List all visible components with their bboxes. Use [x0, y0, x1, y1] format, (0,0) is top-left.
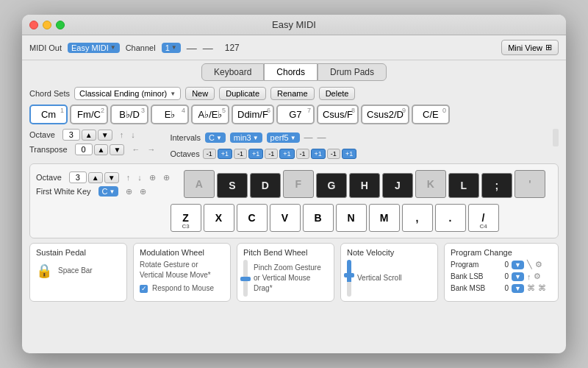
chord-key-4[interactable]: 4 E♭: [151, 105, 189, 124]
key-c[interactable]: C: [237, 204, 268, 232]
chord-key-9[interactable]: 9 Csus2/D: [361, 105, 409, 124]
interval-plus-5[interactable]: +1: [342, 149, 356, 159]
kb-down-icon: ↓: [137, 173, 142, 182]
kb-octave-row: Octave 3 ▲ ▼ ↑ ↓ ⊕ ⊕: [36, 171, 170, 183]
key-semicolon[interactable]: ;: [481, 173, 512, 198]
interval-minus-1[interactable]: -1: [203, 149, 216, 159]
octave-up-button[interactable]: ▲: [82, 130, 96, 141]
maximize-button[interactable]: [56, 21, 65, 29]
tab-keyboard[interactable]: Keyboard: [201, 63, 264, 81]
close-button[interactable]: [29, 21, 38, 29]
bottom-section: Sustain Pedal 🔒 Space Bar Modulation Whe…: [29, 243, 559, 302]
chord-key-6[interactable]: 6 Ddim/F: [232, 105, 274, 124]
dash-separator-2: —: [203, 42, 213, 54]
key-l[interactable]: L: [448, 173, 479, 198]
key-k[interactable]: K: [415, 170, 446, 198]
channel-dropdown[interactable]: 1 ▼: [162, 43, 181, 53]
program-row: Program 0 ▼ ╲ ⚙: [451, 260, 552, 269]
modulation-content: Rotate Gesture orVertical Mouse Move*: [140, 260, 224, 280]
octave-display: 3 ▲ ▼: [62, 129, 112, 141]
chord-key-0[interactable]: 0 C/E: [412, 105, 450, 124]
tab-chords[interactable]: Chords: [264, 63, 318, 81]
interval-minus-3[interactable]: -1: [265, 149, 278, 159]
chord-key-7[interactable]: 7 G7: [276, 105, 315, 124]
delete-button[interactable]: Delete: [319, 87, 356, 100]
octaves-label: Octaves: [170, 149, 199, 158]
transpose-display: 0 ▲ ▼: [75, 144, 125, 155]
midi-value: 127: [219, 43, 245, 53]
chevron-down-icon-5: ▼: [253, 135, 259, 141]
bank-msb-icon-2: ⌘: [538, 283, 546, 293]
bank-msb-row: Bank MSB 0 ▼ ⌘ ⌘: [451, 283, 552, 293]
interval-controls: -1 +1 -1 +1 -1 +1 -1 +1 -1 +1: [203, 149, 356, 159]
interval-plus-2[interactable]: +1: [248, 149, 263, 159]
key-quote[interactable]: ': [514, 170, 545, 198]
transpose-up-button[interactable]: ▲: [94, 144, 109, 155]
key-m[interactable]: M: [369, 204, 400, 232]
kb-left-icon: ⊕: [149, 173, 156, 183]
interval-minus-4[interactable]: -1: [296, 149, 309, 159]
key-a[interactable]: A: [184, 170, 215, 198]
bank-lsb-dropdown[interactable]: ▼: [512, 272, 524, 281]
chevron-down-icon-2: ▼: [171, 44, 177, 51]
chord-key-5[interactable]: 5 A♭/E♭: [191, 105, 229, 124]
chord-sets-label: Chord Sets: [29, 89, 70, 98]
key-h[interactable]: H: [349, 173, 380, 198]
chord-key-3[interactable]: 3 B♭/D: [110, 105, 148, 124]
interval-2-dropdown[interactable]: perf5 ▼: [267, 132, 300, 143]
chevron-down-icon-7: ▼: [110, 188, 115, 195]
titlebar: Easy MIDI: [22, 15, 566, 35]
first-white-key-dropdown[interactable]: C ▼: [98, 186, 119, 197]
note-velocity-panel: Note Velocity Vertical Scroll: [340, 243, 438, 302]
tabs-row: Keyboard Chords Drum Pads: [22, 60, 566, 81]
key-slash[interactable]: / C4: [468, 204, 499, 232]
intervals-label: Intervals: [170, 133, 201, 142]
interval-plus-3[interactable]: +1: [279, 149, 294, 159]
interval-plus-4[interactable]: +1: [311, 149, 326, 159]
kb-octave-up[interactable]: ▲: [88, 172, 103, 183]
program-dropdown[interactable]: ▼: [512, 261, 524, 269]
bank-msb-dropdown[interactable]: ▼: [512, 284, 524, 293]
mini-view-button[interactable]: Mini View ⊞: [501, 40, 559, 55]
kb-octave-down[interactable]: ▼: [104, 172, 119, 183]
key-g[interactable]: G: [316, 173, 347, 198]
interval-plus-1[interactable]: +1: [218, 149, 232, 159]
key-f[interactable]: F: [283, 170, 314, 198]
chevron-down-icon-4: ▼: [216, 135, 222, 141]
note-velocity-title: Note Velocity: [347, 248, 431, 257]
key-period[interactable]: .: [435, 204, 466, 232]
chord-key-2[interactable]: 2 Fm/C: [70, 105, 108, 124]
key-n[interactable]: N: [336, 204, 367, 232]
key-z[interactable]: Z C3: [171, 204, 201, 232]
key-x[interactable]: X: [204, 204, 234, 232]
tab-drum-pads[interactable]: Drum Pads: [318, 63, 387, 81]
transpose-down-button[interactable]: ▼: [110, 144, 124, 155]
midi-out-dropdown[interactable]: Easy MIDI ▼: [68, 43, 120, 53]
dash-separator: —: [187, 42, 197, 54]
chord-key-1[interactable]: 1 Cm: [29, 105, 68, 124]
key-s[interactable]: S: [217, 173, 248, 198]
rename-button[interactable]: Rename: [270, 87, 315, 100]
chord-key-8[interactable]: 8 Csus/F: [317, 105, 359, 124]
duplicate-button[interactable]: Duplicate: [219, 87, 266, 100]
kb-right-icon: ⊕: [163, 173, 170, 183]
chevron-down-icon: ▼: [110, 44, 116, 51]
interval-minus-2[interactable]: -1: [234, 149, 247, 159]
intervals-root-dropdown[interactable]: C ▼: [205, 132, 226, 143]
respond-mouse-checkbox[interactable]: ✓: [140, 285, 148, 293]
bank-msb-icon-1: ⌘: [527, 283, 535, 293]
interval-minus-5[interactable]: -1: [327, 149, 340, 159]
interval-1-dropdown[interactable]: min3 ▼: [230, 132, 262, 143]
note-velocity-slider[interactable]: [347, 260, 351, 297]
key-d[interactable]: D: [250, 173, 281, 198]
chord-set-dropdown[interactable]: Classical Ending (minor) ▼: [74, 87, 181, 100]
bank-lsb-icon-2: ⚙: [534, 272, 541, 281]
octave-down-button[interactable]: ▼: [98, 130, 112, 141]
minimize-button[interactable]: [43, 21, 51, 29]
key-j[interactable]: J: [382, 173, 413, 198]
key-b[interactable]: B: [303, 204, 334, 232]
key-comma[interactable]: ,: [402, 204, 433, 232]
key-v[interactable]: V: [270, 204, 301, 232]
new-button[interactable]: New: [185, 87, 215, 100]
pitch-bend-slider[interactable]: [243, 260, 248, 297]
